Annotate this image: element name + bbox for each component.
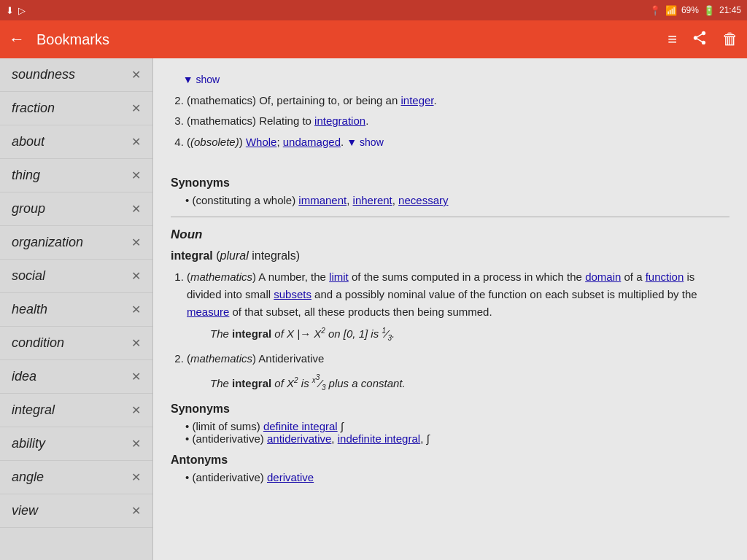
- noun-def-2: (mathematics) Antiderivative The integra…: [187, 350, 729, 394]
- sidebar-close-view[interactable]: ✕: [131, 504, 141, 518]
- sidebar-item-label-soundness: soundness: [12, 67, 75, 82]
- sidebar-item-angle[interactable]: angle✕: [0, 461, 152, 494]
- sidebar-item-thing[interactable]: thing✕: [0, 159, 152, 192]
- sidebar-close-group[interactable]: ✕: [131, 202, 141, 216]
- sidebar-item-label-angle: angle: [12, 470, 44, 485]
- battery-level: 69%: [681, 5, 699, 15]
- sidebar-item-health[interactable]: health✕: [0, 293, 152, 327]
- sidebar-item-label-group: group: [12, 201, 45, 217]
- sidebar-close-social[interactable]: ✕: [131, 269, 141, 283]
- sidebar-item-label-health: health: [12, 302, 47, 317]
- limit-link[interactable]: limit: [329, 271, 349, 283]
- sidebar-item-label-condition: condition: [12, 335, 64, 351]
- integer-link[interactable]: integer: [400, 94, 433, 106]
- inherent-link[interactable]: inherent: [353, 194, 392, 206]
- show-link-4[interactable]: ▼ show: [347, 136, 383, 148]
- sidebar-item-organization[interactable]: organization✕: [0, 226, 152, 260]
- def-show-link: ▼ show: [171, 71, 729, 88]
- sidebar-item-label-about: about: [12, 134, 44, 149]
- sidebar-item-label-social: social: [12, 268, 45, 284]
- toolbar-actions: ≡ 🗑: [667, 30, 738, 50]
- def-item-4: ((obsolete)) Whole; undamaged. ▼ show: [187, 134, 729, 151]
- def-item-3: (mathematics) Relating to integration.: [187, 113, 729, 130]
- sidebar-close-organization[interactable]: ✕: [131, 236, 141, 249]
- immanent-link[interactable]: immanent: [298, 194, 347, 206]
- sidebar-close-health[interactable]: ✕: [131, 303, 141, 316]
- def-item-2: (mathematics) Of, pertaining to, or bein…: [187, 93, 729, 109]
- sidebar-close-idea[interactable]: ✕: [131, 370, 141, 384]
- function-link[interactable]: function: [646, 271, 684, 283]
- toolbar-title: Bookmarks: [36, 31, 656, 48]
- sidebar-item-condition[interactable]: condition✕: [0, 327, 152, 360]
- sidebar-close-thing[interactable]: ✕: [131, 168, 141, 182]
- sidebar-close-ability[interactable]: ✕: [131, 437, 141, 451]
- synonym-item-1: • (constituting a whole) immanent, inher…: [185, 194, 729, 206]
- divider-1: [171, 217, 729, 217]
- sidebar-item-label-ability: ability: [12, 436, 45, 451]
- back-button[interactable]: ←: [9, 30, 25, 49]
- time-display: 21:45: [719, 5, 741, 15]
- sidebar-close-about[interactable]: ✕: [131, 135, 141, 149]
- sidebar-item-fraction[interactable]: fraction✕: [0, 92, 152, 125]
- filter-icon[interactable]: ≡: [667, 30, 677, 49]
- location-icon: 📍: [649, 5, 661, 16]
- whole-link[interactable]: Whole: [246, 136, 277, 148]
- integration-link[interactable]: integration: [314, 114, 365, 127]
- bookmarks-sidebar: soundness✕fraction✕about✕thing✕group✕org…: [0, 58, 153, 560]
- noun-header: Noun: [171, 228, 729, 242]
- definition-content: ▼ show (mathematics) Of, pertaining to, …: [153, 58, 747, 560]
- wifi-icon: 📶: [665, 5, 677, 16]
- sidebar-item-label-idea: idea: [12, 369, 36, 384]
- undamaged-link[interactable]: undamaged: [283, 136, 341, 148]
- synonyms-section-1: Synonyms • (constituting a whole) immane…: [171, 176, 729, 206]
- sidebar-close-condition[interactable]: ✕: [131, 336, 141, 350]
- sidebar-item-ability[interactable]: ability✕: [0, 427, 152, 461]
- synonyms-header-1: Synonyms: [171, 176, 729, 190]
- sidebar-item-integral[interactable]: integral✕: [0, 394, 152, 427]
- definite-integral-link[interactable]: definite integral: [263, 420, 338, 432]
- status-bar-right: 📍 📶 69% 🔋 21:45: [649, 5, 741, 16]
- syn-bullet-2: • (antiderivative) antiderivative, indef…: [185, 432, 729, 445]
- battery-icon: 🔋: [703, 5, 715, 16]
- sidebar-item-soundness[interactable]: soundness✕: [0, 58, 152, 92]
- status-bar-left: ⬇ ▷: [6, 5, 26, 16]
- sidebar-item-social[interactable]: social✕: [0, 260, 152, 293]
- antonyms-section: Antonyms • (antiderivative) derivative: [171, 454, 729, 483]
- sidebar-item-label-organization: organization: [12, 235, 83, 250]
- sidebar-item-idea[interactable]: idea✕: [0, 360, 152, 394]
- sidebar-item-label-view: view: [12, 503, 38, 518]
- sidebar-item-label-fraction: fraction: [12, 101, 55, 116]
- subsets-link[interactable]: subsets: [274, 288, 311, 300]
- sidebar-close-fraction[interactable]: ✕: [131, 101, 141, 115]
- syn-bullet-1: • (limit of sums) definite integral ∫: [185, 420, 729, 432]
- necessary-link[interactable]: necessary: [398, 194, 448, 206]
- sidebar-item-about[interactable]: about✕: [0, 125, 152, 159]
- definition-list-partial: ▼ show (mathematics) Of, pertaining to, …: [171, 71, 729, 150]
- math-example-2: The integral of X2 is x3⁄3 plus a consta…: [210, 372, 729, 394]
- antonyms-header: Antonyms: [171, 454, 729, 467]
- antiderivative-link[interactable]: antiderivative: [267, 432, 331, 445]
- show-link-1[interactable]: ▼ show: [183, 74, 220, 85]
- indefinite-integral-link[interactable]: indefinite integral: [338, 432, 420, 445]
- sidebar-item-group[interactable]: group✕: [0, 192, 152, 226]
- domain-link[interactable]: domain: [585, 271, 621, 283]
- status-bar: ⬇ ▷ 📍 📶 69% 🔋 21:45: [0, 0, 747, 20]
- synonyms-section-2: Synonyms • (limit of sums) definite inte…: [171, 402, 729, 445]
- derivative-link[interactable]: derivative: [267, 471, 314, 483]
- delete-icon[interactable]: 🗑: [722, 30, 738, 49]
- sidebar-item-label-integral: integral: [12, 402, 55, 418]
- math-example-1: The integral of X |→ X2 on [0, 1] is 1⁄3…: [210, 325, 729, 344]
- cast-icon: ▷: [18, 5, 26, 16]
- sidebar-item-view[interactable]: view✕: [0, 494, 152, 528]
- sidebar-close-integral[interactable]: ✕: [131, 403, 141, 417]
- sidebar-item-label-thing: thing: [12, 168, 40, 183]
- download-icon: ⬇: [6, 5, 14, 16]
- noun-section: Noun integral (plural integrals) (mathem…: [171, 228, 729, 394]
- integral-word-heading: integral (plural integrals): [171, 249, 729, 262]
- measure-link[interactable]: measure: [187, 306, 229, 318]
- toolbar: ← Bookmarks ≡ 🗑: [0, 20, 747, 58]
- sidebar-close-soundness[interactable]: ✕: [131, 68, 141, 82]
- sidebar-close-angle[interactable]: ✕: [131, 470, 141, 484]
- ant-bullet-1: • (antiderivative) derivative: [185, 471, 729, 483]
- share-icon[interactable]: [692, 30, 708, 50]
